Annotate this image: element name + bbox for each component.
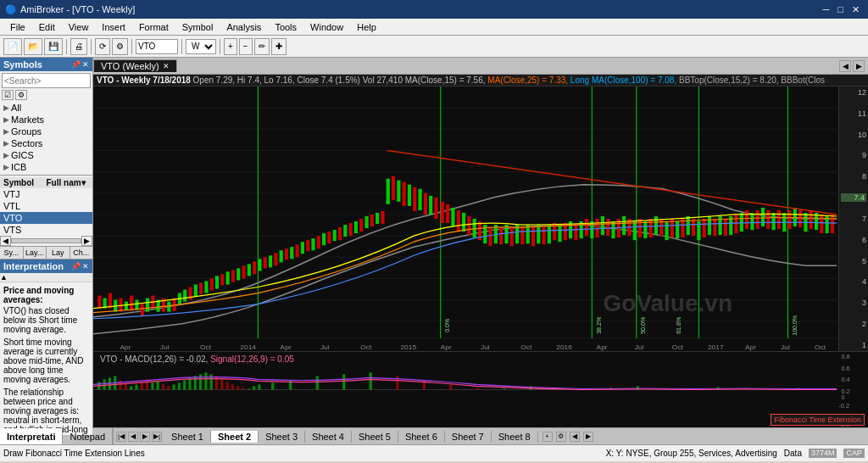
symbol-markets[interactable]: ▶ Markets (0, 114, 92, 126)
svg-rect-196 (162, 383, 164, 389)
symbol-sectors[interactable]: ▶ Sectors (0, 137, 92, 149)
sheet-8[interactable]: Sheet 8 (492, 431, 538, 443)
minimize-button[interactable]: ─ (820, 4, 833, 15)
symbols-close-button[interactable]: ✕ (82, 60, 89, 69)
macd-signal: Signal(12,26,9) = 0.05 (210, 354, 294, 364)
sheet-6[interactable]: Sheet 6 (398, 431, 445, 443)
svg-rect-110 (585, 219, 588, 236)
scroll-left-btn[interactable]: ◀ (0, 236, 11, 246)
interp-scroll-up[interactable]: ▲ (0, 273, 8, 282)
interp-close-button[interactable]: ✕ (82, 262, 89, 271)
menu-analysis[interactable]: Analysis (220, 20, 268, 34)
maximize-button[interactable]: □ (834, 4, 847, 15)
toolbar-print[interactable]: 🖨 (70, 38, 87, 55)
toolbar-draw[interactable]: ✏ (254, 38, 270, 55)
sheet-2[interactable]: Sheet 2 (211, 431, 259, 443)
toolbar-zoom-in[interactable]: + (224, 38, 237, 55)
symbols-panel-header: Symbols 📌 ✕ (0, 58, 92, 71)
scroll-right-btn[interactable]: ▶ (81, 236, 92, 246)
svg-rect-114 (606, 219, 609, 236)
price-8: 8 (841, 172, 866, 181)
svg-rect-188 (119, 380, 121, 389)
svg-rect-51 (269, 255, 272, 267)
svg-rect-96 (510, 227, 514, 246)
sheet-nav-next[interactable]: ▶ (140, 432, 150, 442)
symbol-groups-arrow: ▶ (3, 127, 9, 136)
symbol-all[interactable]: ▶ All (0, 102, 92, 114)
symbols-config-btn[interactable]: ⚙ (15, 90, 27, 100)
svg-rect-92 (488, 227, 492, 246)
interpretation-title: Interpretation (3, 261, 64, 271)
sheet-add[interactable]: + (542, 432, 553, 442)
symbol-icb[interactable]: ▶ ICB (0, 161, 92, 173)
toolbar-open[interactable]: 📂 (24, 38, 42, 55)
sheet-5[interactable]: Sheet 5 (352, 431, 398, 443)
chart-nav-next[interactable]: ▶ (853, 60, 865, 72)
sheet-nav-first[interactable]: |◀ (116, 432, 126, 442)
symbol-groups[interactable]: ▶ Groups (0, 126, 92, 137)
symbol-gics[interactable]: ▶ GICS (0, 149, 92, 161)
symbols-search-input[interactable] (2, 73, 91, 88)
svg-rect-133 (708, 216, 711, 235)
menu-file[interactable]: File (3, 20, 32, 34)
chart-tab-close-icon[interactable]: ✕ (163, 62, 170, 70)
main-layout: Symbols 📌 ✕ ☑ ⚙ ▶ All ▶ (0, 58, 868, 427)
tab-ch[interactable]: Ch... (70, 247, 93, 259)
chart-tab-vto[interactable]: VTO (Weekly) ✕ (93, 59, 177, 72)
toolbar-settings[interactable]: ⚙ (112, 38, 128, 55)
svg-rect-108 (574, 223, 577, 240)
sheet-4[interactable]: Sheet 4 (305, 431, 352, 443)
price-3: 3 (841, 298, 866, 307)
stock-vto[interactable]: VTO (0, 212, 92, 224)
sheet-7[interactable]: Sheet 7 (445, 431, 492, 443)
sheet-scroll-left[interactable]: ◀ (570, 432, 580, 442)
svg-rect-130 (692, 219, 695, 236)
sheet-settings[interactable]: ⚙ (556, 432, 566, 442)
scrollbar-track[interactable] (11, 238, 81, 243)
svg-rect-197 (167, 386, 170, 389)
symbol-input[interactable] (136, 39, 178, 54)
title-bar-controls[interactable]: ─ □ ✕ (820, 4, 863, 15)
toolbar-refresh[interactable]: ⟳ (95, 38, 110, 55)
interpretation-content: Price and moving averages: VTO() has clo… (0, 282, 92, 435)
sheet-nav-last[interactable]: ▶| (152, 432, 162, 442)
menu-symbol[interactable]: Symbol (175, 20, 220, 34)
svg-text:2014: 2014 (240, 343, 256, 351)
toolbar-save[interactable]: 💾 (44, 38, 63, 55)
menu-format[interactable]: Format (132, 20, 175, 34)
interval-select[interactable]: W D M (186, 39, 216, 54)
tab-sy[interactable]: Sy... (0, 247, 24, 259)
stock-vtj[interactable]: VTJ (0, 188, 92, 200)
symbols-pin-button[interactable]: 📌 (71, 60, 81, 69)
menu-help[interactable]: Help (350, 20, 383, 34)
price-6: 6 (841, 236, 866, 244)
symbols-all-btn[interactable]: ☑ (2, 90, 14, 100)
sheet-scroll-right[interactable]: ▶ (583, 432, 593, 442)
stock-vtl[interactable]: VTL (0, 200, 92, 212)
close-button[interactable]: ✕ (849, 4, 863, 15)
menu-insert[interactable]: Insert (95, 20, 132, 34)
tab-lay2[interactable]: Lay (47, 247, 70, 259)
svg-text:Jul: Jul (320, 343, 330, 351)
tab-notepad[interactable]: Notepad (63, 428, 113, 444)
toolbar-crosshair[interactable]: ✚ (271, 38, 287, 55)
chart-nav-prev[interactable]: ◀ (839, 60, 851, 72)
tab-interpretati[interactable]: Interpretati (0, 428, 63, 444)
interp-pin-button[interactable]: 📌 (71, 262, 81, 271)
menu-window[interactable]: Window (303, 20, 350, 34)
svg-rect-105 (558, 225, 561, 242)
sheet-3[interactable]: Sheet 3 (259, 431, 305, 443)
menu-edit[interactable]: Edit (32, 20, 62, 34)
stock-vts[interactable]: VTS (0, 224, 92, 236)
sheet-nav-prev[interactable]: ◀ (128, 432, 138, 442)
menu-tools[interactable]: Tools (268, 20, 303, 34)
chart-canvas[interactable]: 0.0% 38.2% 50.0% 61.8% 100.0% Apr Jul Oc… (93, 86, 868, 351)
scroll-controls: ◀ ▶ (0, 236, 92, 246)
svg-rect-212 (248, 388, 250, 389)
toolbar-zoom-out[interactable]: − (239, 38, 253, 55)
toolbar-new[interactable]: 📄 (3, 38, 22, 55)
menu-view[interactable]: View (62, 20, 96, 34)
sheet-1[interactable]: Sheet 1 (164, 431, 211, 443)
tab-lay1[interactable]: Lay... (24, 247, 47, 259)
interp-scroll-header: ▲ (0, 273, 92, 282)
